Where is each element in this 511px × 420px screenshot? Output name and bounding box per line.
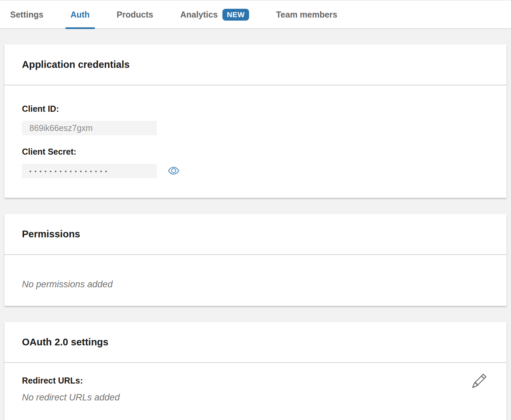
permissions-empty-text: No permissions added xyxy=(22,279,489,290)
oauth-settings-title: OAuth 2.0 settings xyxy=(22,337,489,348)
permissions-header: Permissions xyxy=(4,214,507,255)
client-id-label: Client ID: xyxy=(22,104,489,114)
edit-redirect-urls-button[interactable] xyxy=(472,374,486,389)
client-secret-label: Client Secret: xyxy=(22,147,489,157)
eye-icon xyxy=(168,165,179,177)
client-secret-masked-text: •••••••••••••••• xyxy=(29,167,110,175)
tab-products-label: Products xyxy=(117,10,153,20)
application-credentials-header: Application credentials xyxy=(4,45,507,85)
redirect-urls-empty-text: No redirect URLs added xyxy=(22,392,489,403)
application-credentials-body: Client ID: 869ik66esz7gxm Client Secret:… xyxy=(4,85,507,198)
tab-settings[interactable]: Settings xyxy=(5,1,49,28)
client-id-value[interactable]: 869ik66esz7gxm xyxy=(22,121,157,135)
main-content: Application credentials Client ID: 869ik… xyxy=(0,29,511,420)
oauth-settings-body: Redirect URLs: No redirect URLs added xyxy=(4,363,507,420)
oauth-settings-card: OAuth 2.0 settings Redirect URLs: No red… xyxy=(4,322,507,420)
tab-auth[interactable]: Auth xyxy=(65,1,95,28)
new-badge: NEW xyxy=(222,9,249,21)
tab-settings-label: Settings xyxy=(10,10,44,20)
tab-products[interactable]: Products xyxy=(112,1,158,28)
tab-auth-label: Auth xyxy=(71,10,90,20)
tab-bar: Settings Auth Products Analytics NEW Tea… xyxy=(0,0,511,29)
client-secret-row: •••••••••••••••• xyxy=(22,164,489,178)
tab-analytics[interactable]: Analytics NEW xyxy=(175,1,254,28)
permissions-card: Permissions No permissions added xyxy=(4,214,507,306)
application-credentials-title: Application credentials xyxy=(22,59,489,70)
tab-team-members-label: Team members xyxy=(276,10,338,20)
client-secret-group: Client Secret: •••••••••••••••• xyxy=(22,147,489,178)
reveal-secret-button[interactable] xyxy=(168,165,179,177)
tab-team-members[interactable]: Team members xyxy=(271,1,343,28)
pencil-icon xyxy=(472,384,486,389)
permissions-title: Permissions xyxy=(22,229,489,240)
client-id-group: Client ID: 869ik66esz7gxm xyxy=(22,104,489,135)
permissions-body: No permissions added xyxy=(4,255,507,306)
application-credentials-card: Application credentials Client ID: 869ik… xyxy=(4,45,507,198)
redirect-urls-label: Redirect URLs: xyxy=(22,376,489,386)
client-secret-value[interactable]: •••••••••••••••• xyxy=(22,164,157,178)
oauth-settings-header: OAuth 2.0 settings xyxy=(4,322,507,363)
tab-analytics-label: Analytics xyxy=(180,10,218,20)
